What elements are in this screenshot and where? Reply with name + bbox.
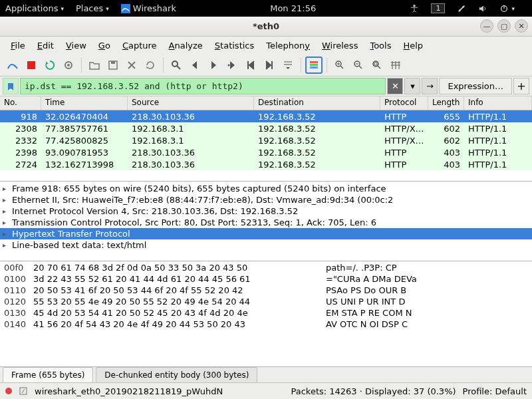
stop-capture-button[interactable]	[23, 57, 40, 74]
goto-last-button[interactable]	[261, 57, 278, 74]
close-button[interactable]: ✕	[515, 19, 528, 33]
hex-row[interactable]: 00f020 70 61 74 68 3d 2f 0d 0a 50 33 50 …	[4, 263, 528, 274]
expert-info-button[interactable]	[5, 388, 12, 394]
detail-row[interactable]: ▸Internet Protocol Version 4, Src: 218.3…	[0, 205, 532, 217]
menu-statistics[interactable]: Statistics	[209, 39, 259, 53]
detail-row[interactable]: ▸Ethernet II, Src: HuaweiTe_f7:eb:e8 (88…	[0, 194, 532, 205]
svg-point-13	[228, 64, 230, 66]
places-menu[interactable]: Places▾	[76, 3, 109, 13]
accessibility-icon[interactable]	[410, 4, 419, 13]
packet-details-pane[interactable]: ▸Frame 918: 655 bytes on wire (5240 bits…	[0, 182, 532, 261]
recent-filters-button[interactable]: →	[422, 78, 438, 94]
svg-line-27	[378, 66, 380, 68]
restart-capture-button[interactable]	[41, 57, 59, 74]
menu-wireless[interactable]: Wireless	[317, 39, 363, 53]
hex-row[interactable]: 012055 53 20 55 4e 49 20 50 55 52 20 49 …	[4, 297, 528, 308]
menu-tools[interactable]: Tools	[364, 39, 396, 53]
maximize-button[interactable]: ▢	[497, 19, 511, 33]
go-forward-button[interactable]	[205, 57, 222, 74]
open-file-button[interactable]	[86, 57, 103, 74]
svg-line-24	[359, 66, 362, 68]
bytes-tabs: Frame (655 bytes) De-chunked entity body…	[0, 367, 532, 383]
resize-columns-button[interactable]	[387, 57, 404, 74]
packet-row[interactable]: 239893.090781953218.30.103.36192.168.3.5…	[0, 146, 532, 158]
start-capture-button[interactable]	[4, 57, 21, 74]
packet-row[interactable]: 230877.385757761192.168.3.1192.168.3.52H…	[0, 122, 532, 134]
window-titlebar: *eth0 — ▢ ✕	[0, 17, 532, 37]
goto-first-button[interactable]	[242, 57, 259, 74]
zoom-in-button[interactable]	[331, 57, 348, 74]
svg-rect-16	[310, 61, 318, 63]
find-packet-button[interactable]	[168, 57, 185, 74]
capture-file-name[interactable]: wireshark_eth0_20190218211819_pWuhdN	[35, 386, 284, 396]
settings-tray-icon[interactable]	[457, 4, 466, 13]
workspace-indicator[interactable]: 1	[431, 3, 445, 13]
window-title: *eth0	[253, 21, 279, 31]
clock[interactable]: Mon 21:56	[270, 3, 316, 13]
colorize-button[interactable]	[305, 57, 323, 74]
svg-point-11	[172, 61, 178, 66]
menu-help[interactable]: Help	[398, 39, 428, 53]
menu-capture[interactable]: Capture	[117, 39, 162, 53]
packet-bytes-pane[interactable]: 00f020 70 61 74 68 3d 2f 0d 0a 50 33 50 …	[0, 261, 532, 367]
packet-row[interactable]: 233277.425800825192.168.3.1192.168.3.52H…	[0, 134, 532, 146]
status-bar: wireshark_eth0_20190218211819_pWuhdN Pac…	[0, 383, 532, 399]
menu-edit[interactable]: Edit	[32, 39, 59, 53]
hex-row[interactable]: 01003d 22 43 55 52 61 20 41 44 4d 61 20 …	[4, 274, 528, 285]
svg-rect-28	[374, 63, 377, 65]
packet-list-pane: No. Time Source Destination Protocol Len…	[0, 96, 532, 182]
svg-point-26	[373, 61, 378, 66]
menu-telephony[interactable]: Telephony	[261, 39, 315, 53]
display-filter-input[interactable]: ip.dst == 192.168.3.52 and (http or http…	[20, 78, 386, 94]
bytes-tab-dechunked[interactable]: De-chunked entity body (300 bytes)	[96, 367, 257, 382]
zoom-out-button[interactable]	[350, 57, 367, 74]
filter-bookmark-button[interactable]	[3, 78, 19, 94]
hex-row[interactable]: 011020 50 53 41 6f 20 50 53 44 6f 20 4f …	[4, 285, 528, 297]
apply-filter-button[interactable]: ▾	[404, 78, 420, 94]
packet-row[interactable]: 2724132.162713998218.30.103.36192.168.3.…	[0, 158, 532, 170]
goto-packet-button[interactable]	[223, 57, 241, 74]
svg-point-3	[463, 6, 465, 8]
hex-row[interactable]: 014041 56 20 4f 54 43 20 4e 4f 49 20 44 …	[4, 319, 528, 331]
svg-point-8	[67, 64, 70, 66]
profile-label[interactable]: Profile: Default	[463, 386, 527, 396]
desktop-top-bar: Applications▾ Places▾ Wireshark Mon 21:5…	[0, 0, 532, 17]
detail-row[interactable]: ▸Hypertext Transfer Protocol	[0, 228, 532, 239]
detail-row[interactable]: ▸Line-based text data: text/html	[0, 239, 532, 251]
svg-rect-10	[111, 61, 115, 64]
reload-button[interactable]	[142, 57, 159, 74]
active-app-indicator[interactable]: Wireshark	[121, 3, 176, 13]
packet-list-header[interactable]: No. Time Source Destination Protocol Len…	[0, 96, 532, 110]
detail-row[interactable]: ▸Frame 918: 655 bytes on wire (5240 bits…	[0, 183, 532, 194]
capture-options-button[interactable]	[60, 57, 77, 74]
menu-go[interactable]: Go	[93, 39, 116, 53]
bytes-tab-frame[interactable]: Frame (655 bytes)	[3, 367, 93, 382]
minimize-button[interactable]: —	[480, 19, 493, 33]
packet-list-body[interactable]: 91832.026470404218.30.103.36192.168.3.52…	[0, 110, 532, 181]
svg-rect-6	[27, 61, 35, 69]
display-filter-bar: ip.dst == 192.168.3.52 and (http or http…	[0, 76, 532, 96]
go-back-button[interactable]	[186, 57, 203, 74]
main-toolbar	[0, 54, 532, 76]
close-file-button[interactable]	[123, 57, 140, 74]
svg-point-1	[414, 4, 416, 7]
menu-analyze[interactable]: Analyze	[164, 39, 208, 53]
packet-row[interactable]: 91832.026470404218.30.103.36192.168.3.52…	[0, 110, 532, 122]
power-tray-icon[interactable]: ▾	[499, 4, 515, 13]
svg-point-2	[460, 9, 462, 11]
hex-row[interactable]: 013045 4d 20 53 54 41 20 50 52 45 20 43 …	[4, 308, 528, 319]
volume-tray-icon[interactable]	[478, 4, 487, 13]
menu-file[interactable]: File	[5, 39, 31, 53]
menubar: File Edit View Go Capture Analyze Statis…	[0, 37, 532, 54]
zoom-reset-button[interactable]	[368, 57, 386, 74]
add-filter-button[interactable]: +	[513, 78, 529, 94]
auto-scroll-button[interactable]	[279, 57, 297, 74]
filter-expression-button[interactable]: Expression…	[439, 78, 512, 94]
save-file-button[interactable]	[104, 57, 122, 74]
applications-menu[interactable]: Applications▾	[5, 3, 64, 13]
menu-view[interactable]: View	[61, 39, 92, 53]
capture-file-icon	[19, 386, 28, 396]
detail-row[interactable]: ▸Transmission Control Protocol, Src Port…	[0, 217, 532, 228]
svg-line-20	[340, 66, 343, 68]
clear-filter-button[interactable]: ✕	[387, 78, 403, 94]
